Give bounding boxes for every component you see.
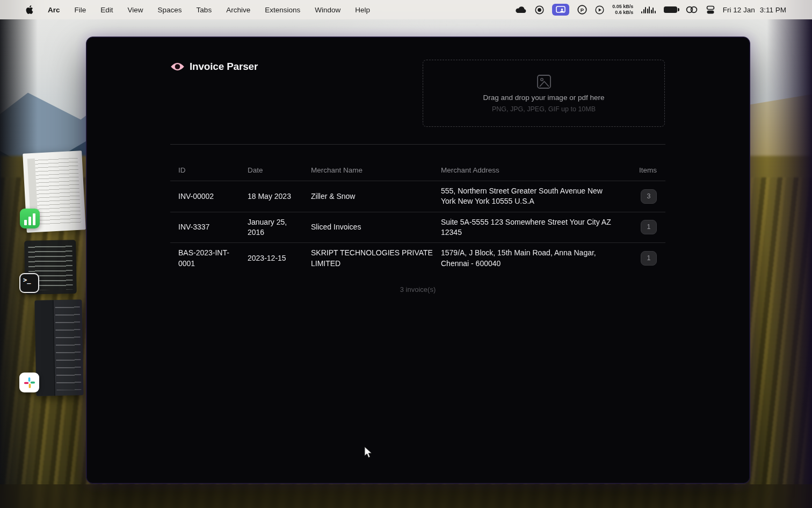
invoices-table: ID Date Merchant Name Merchant Address I…	[170, 144, 665, 294]
menu-item-edit[interactable]: Edit	[100, 6, 113, 14]
slack-app-icon[interactable]	[19, 373, 39, 392]
menu-bar-clock[interactable]: Fri 12 Jan 3:11 PM	[723, 6, 786, 14]
column-header-merchant-address: Merchant Address	[441, 166, 624, 174]
cloud-icon[interactable]	[515, 6, 527, 13]
cell-merchant-name: Ziller & Snow	[311, 191, 441, 202]
network-speed-down: 0.6 kB/s	[615, 10, 633, 15]
terminal-app-icon[interactable]: >_	[19, 273, 39, 293]
onepassword-icon[interactable]: P	[577, 5, 587, 15]
play-icon[interactable]	[595, 5, 604, 15]
apple-menu-icon[interactable]	[26, 5, 33, 14]
table-header-row: ID Date Merchant Name Merchant Address I…	[170, 145, 665, 181]
audio-waveform-icon[interactable]	[641, 6, 656, 13]
record-icon[interactable]	[535, 5, 544, 15]
cell-invoice-id: INV-00002	[178, 191, 248, 202]
cell-invoice-id: BAS-2023-INT-0001	[178, 248, 248, 269]
network-speed-up: 0.05 kB/s	[612, 4, 633, 9]
cell-invoice-id: INV-3337	[178, 222, 248, 232]
screen-bottom-blur-strip	[0, 484, 812, 508]
link-chain-icon[interactable]	[685, 6, 698, 13]
menu-item-view[interactable]: View	[128, 6, 143, 14]
cell-merchant-name: Sliced Invoices	[311, 222, 441, 232]
items-count-badge: 1	[641, 251, 657, 266]
menu-item-tabs[interactable]: Tabs	[197, 6, 212, 14]
menu-bar-status-area: P 0.05 kB/s 0.6 kB/s F	[515, 4, 812, 16]
column-header-id: ID	[178, 166, 248, 174]
desktop: >_ Arc File Edit View Spaces Tabs Archiv…	[0, 0, 812, 508]
page-title: Invoice Parser	[190, 61, 258, 73]
table-row[interactable]: INV-3337 January 25, 2016 Sliced Invoice…	[170, 212, 665, 243]
cell-merchant-address: 1579/A, J Block, 15th Main Road, Anna Na…	[441, 248, 624, 269]
invoice-count-footer: 3 invoice(s)	[170, 274, 665, 294]
items-count-badge: 3	[641, 189, 657, 204]
bar-icon	[24, 220, 27, 225]
dropzone-filetypes: PNG, JPG, JPEG, GIF up to 10MB	[492, 105, 596, 113]
app-brand: Invoice Parser	[170, 61, 258, 73]
battery-icon[interactable]	[664, 6, 677, 13]
cell-merchant-address: 555, Northern Street Greater South Avenu…	[441, 186, 624, 207]
menu-item-extensions[interactable]: Extensions	[265, 6, 300, 14]
menu-item-archive[interactable]: Archive	[226, 6, 250, 14]
slack-window-thumbnail[interactable]	[34, 299, 83, 396]
apple-logo-icon	[26, 5, 33, 14]
slack-messages-preview	[55, 304, 82, 390]
eye-logo-icon	[170, 62, 185, 71]
column-header-items: Items	[624, 166, 657, 174]
menu-bar-left: Arc File Edit View Spaces Tabs Archive E…	[0, 5, 370, 14]
cell-merchant-name: SKRIPT TECHNOLOGIES PRIVATE LIMITED	[311, 248, 441, 269]
bar-icon	[28, 217, 31, 225]
cell-merchant-address: Suite 5A-5555 123 Somewhere Street Your …	[441, 217, 624, 238]
stacked-windows-icon[interactable]	[706, 5, 715, 15]
screen-sharing-indicator[interactable]	[552, 4, 569, 16]
menu-item-window[interactable]: Window	[315, 6, 340, 14]
mouse-cursor	[364, 446, 374, 461]
column-header-merchant-name: Merchant Name	[311, 166, 441, 174]
svg-text:P: P	[581, 7, 584, 13]
column-header-date: Date	[248, 166, 311, 174]
network-speed-indicator[interactable]: 0.05 kB/s 0.6 kB/s	[612, 4, 633, 16]
cell-invoice-date: 18 May 2023	[248, 191, 311, 202]
table-row[interactable]: INV-00002 18 May 2023 Ziller & Snow 555,…	[170, 181, 665, 212]
menu-item-help[interactable]: Help	[355, 6, 370, 14]
table-row[interactable]: BAS-2023-INT-0001 2023-12-15 SKRIPT TECH…	[170, 242, 665, 274]
chart-app-icon[interactable]	[20, 209, 40, 228]
bar-icon	[33, 213, 35, 225]
menu-item-arc[interactable]: Arc	[48, 6, 60, 14]
menu-item-spaces[interactable]: Spaces	[158, 6, 182, 14]
slack-logo-icon	[24, 377, 35, 389]
items-count-badge: 1	[641, 220, 657, 234]
clock-date: Fri 12 Jan	[723, 6, 755, 14]
screen-share-icon	[556, 6, 566, 13]
menu-bar: Arc File Edit View Spaces Tabs Archive E…	[0, 0, 812, 19]
cell-invoice-date: January 25, 2016	[248, 217, 311, 238]
file-dropzone[interactable]: Drag and drop your image or pdf here PNG…	[423, 60, 665, 127]
arrow-cursor-icon	[364, 446, 374, 459]
menu-item-file[interactable]: File	[75, 6, 86, 14]
screen-edge-vignette-right	[767, 0, 812, 508]
cell-invoice-date: 2023-12-15	[248, 253, 311, 263]
dropzone-instruction: Drag and drop your image or pdf here	[483, 94, 605, 102]
invoice-parser-window: Invoice Parser Drag and drop your image …	[86, 37, 750, 484]
clock-time: 3:11 PM	[760, 6, 786, 14]
image-placeholder-icon	[536, 74, 552, 90]
